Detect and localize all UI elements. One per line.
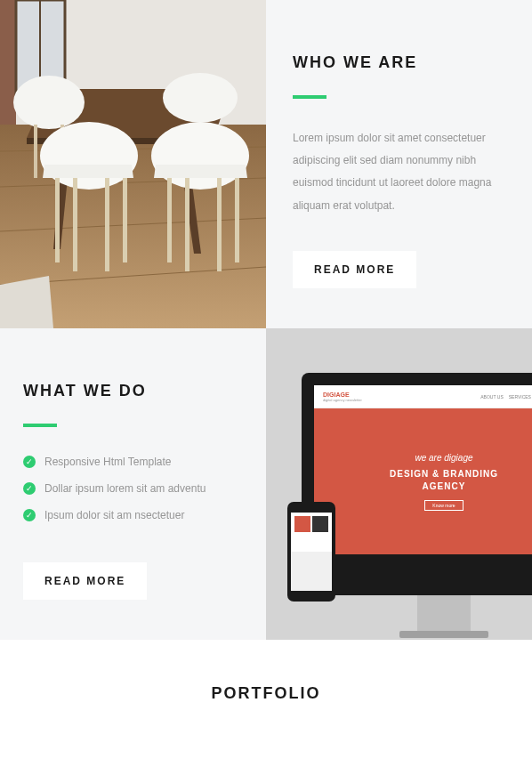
- svg-rect-23: [217, 178, 222, 271]
- portfolio-section: PORTFOLIO: [0, 640, 532, 739]
- mockup-nav: ABOUT US SERVICES CONTACT US: [480, 394, 532, 400]
- check-icon: ✓: [23, 456, 36, 468]
- feature-list: ✓ Responsive Html Template ✓ Dollar ipsu…: [23, 456, 243, 521]
- phone-screen: [291, 513, 332, 591]
- hero-title-line: AGENCY: [423, 481, 466, 491]
- hero-button: Know more: [424, 500, 463, 511]
- svg-rect-16: [55, 178, 60, 262]
- svg-point-11: [13, 76, 85, 129]
- hero-title-line: DESIGN & BRANDING: [390, 469, 498, 479]
- check-icon: ✓: [23, 482, 36, 495]
- list-item: ✓ Dollar ipsum lorem sit am adventu: [23, 482, 243, 495]
- phone-screen-bottom: [291, 552, 332, 591]
- hero-subtitle: we are digiage: [415, 453, 472, 463]
- heading-underline: [293, 95, 326, 99]
- phone-screen-top: [291, 513, 332, 552]
- phone-mockup: [287, 502, 335, 602]
- svg-rect-18: [105, 178, 109, 271]
- mockup-hero: we are digiage DESIGN & BRANDING AGENCY …: [314, 408, 532, 554]
- mockup-header: DIGIAGE digital agency newsletter ABOUT …: [314, 385, 532, 408]
- svg-rect-22: [185, 178, 189, 271]
- who-we-are-content: WHO WE ARE Lorem ipsum dolor sit amet co…: [266, 0, 532, 328]
- svg-rect-21: [167, 178, 172, 262]
- who-text: Lorem ipsum dolor sit amet consectetuer …: [293, 127, 505, 217]
- svg-rect-12: [34, 125, 37, 178]
- svg-point-14: [163, 73, 238, 123]
- nav-item: SERVICES: [509, 394, 531, 400]
- svg-point-20: [151, 122, 249, 190]
- svg-rect-17: [73, 178, 77, 271]
- check-icon: ✓: [23, 509, 36, 521]
- nav-item: ABOUT US: [480, 394, 503, 400]
- portfolio-heading: PORTFOLIO: [0, 684, 532, 703]
- monitor-screen: DIGIAGE digital agency newsletter ABOUT …: [314, 385, 532, 554]
- read-more-button[interactable]: READ MORE: [23, 562, 147, 600]
- heading-underline: [23, 424, 57, 427]
- feature-text: Ipsum dolor sit am nsectetuer: [44, 509, 184, 521]
- device-mockup-image: DIGIAGE digital agency newsletter ABOUT …: [266, 328, 532, 640]
- feature-text: Responsive Html Template: [44, 456, 172, 468]
- what-we-do-content: WHAT WE DO ✓ Responsive Html Template ✓ …: [0, 328, 266, 640]
- mockup-logo-sub: digital agency newsletter: [323, 398, 362, 402]
- list-item: ✓ Ipsum dolor sit am nsectetuer: [23, 509, 243, 521]
- svg-rect-19: [123, 178, 127, 262]
- list-item: ✓ Responsive Html Template: [23, 456, 243, 468]
- monitor-mockup: DIGIAGE digital agency newsletter ABOUT …: [302, 373, 532, 595]
- who-we-are-section: WHO WE ARE Lorem ipsum dolor sit amet co…: [0, 0, 532, 328]
- what-we-do-section: WHAT WE DO ✓ Responsive Html Template ✓ …: [0, 328, 532, 640]
- hero-title: DESIGN & BRANDING AGENCY: [390, 468, 498, 493]
- read-more-button[interactable]: READ MORE: [293, 251, 416, 288]
- monitor-base: [399, 631, 488, 638]
- phone-box: [312, 516, 328, 532]
- phone-box: [294, 516, 310, 532]
- feature-text: Dollar ipsum lorem sit am adventu: [44, 482, 206, 495]
- room-image: [0, 0, 266, 328]
- svg-rect-24: [235, 178, 239, 262]
- what-heading: WHAT WE DO: [23, 382, 243, 400]
- monitor-stand: [417, 595, 471, 631]
- who-heading: WHO WE ARE: [293, 53, 505, 72]
- mockup-logo: DIGIAGE: [323, 392, 362, 398]
- svg-rect-1: [0, 0, 16, 125]
